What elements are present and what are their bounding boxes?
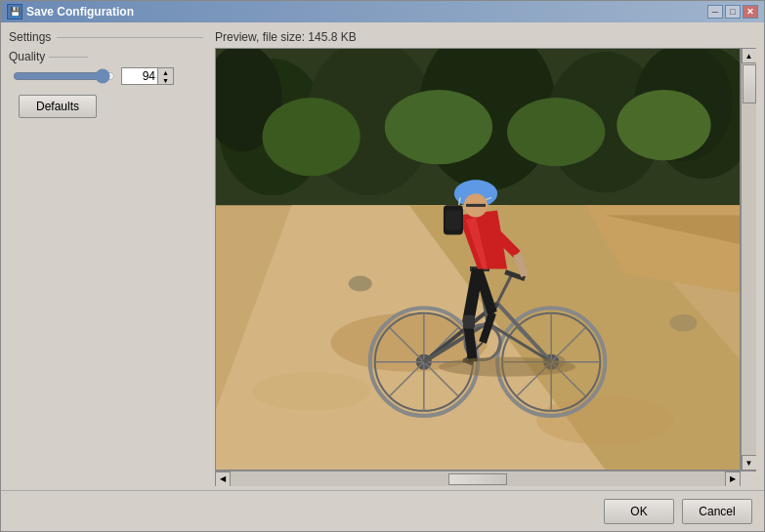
defaults-button[interactable]: Defaults: [19, 95, 97, 118]
window-title: Save Configuration: [26, 5, 134, 19]
spinbox-down-button[interactable]: ▼: [157, 76, 173, 84]
title-bar-left: 💾 Save Configuration: [7, 4, 134, 20]
preview-label: Preview, file size: 145.8 KB: [215, 30, 756, 44]
slider-row: ▲ ▼: [9, 67, 203, 85]
close-button[interactable]: ✕: [743, 5, 758, 19]
quality-divider-line: [49, 57, 88, 58]
svg-point-9: [262, 98, 360, 176]
svg-point-12: [616, 90, 710, 160]
spinbox-up-button[interactable]: ▲: [157, 68, 173, 76]
title-bar: 💾 Save Configuration ─ □ ✕: [1, 1, 764, 22]
scroll-up-arrow[interactable]: ▲: [742, 48, 757, 63]
quality-row: Quality: [9, 50, 203, 63]
scroll-corner: [741, 471, 756, 487]
right-panel: Preview, file size: 145.8 KB: [211, 22, 764, 490]
preview-scroll-area: [215, 48, 741, 471]
quality-input[interactable]: [122, 68, 157, 84]
left-panel: Settings Quality ▲ ▼ Defa: [1, 22, 211, 490]
scroll-left-arrow[interactable]: ◀: [215, 471, 231, 487]
quality-label: Quality: [9, 50, 45, 63]
preview-area: ▲ ▼ ◀ ▶: [215, 48, 756, 486]
svg-rect-65: [446, 210, 461, 229]
bottom-bar: OK Cancel: [1, 490, 764, 531]
svg-point-67: [439, 357, 575, 377]
title-buttons: ─ □ ✕: [707, 5, 758, 19]
cancel-button[interactable]: Cancel: [682, 499, 752, 524]
scroll-thumb-vertical[interactable]: [743, 64, 756, 103]
title-icon: 💾: [7, 4, 22, 20]
horizontal-scrollbar: ◀ ▶: [215, 471, 756, 486]
settings-section: Settings: [9, 30, 203, 44]
preview-image: [216, 49, 740, 470]
svg-point-17: [536, 396, 673, 445]
quality-spinbox: ▲ ▼: [121, 67, 174, 85]
svg-point-21: [349, 276, 372, 292]
main-content: Settings Quality ▲ ▼ Defa: [1, 22, 764, 490]
svg-rect-66: [463, 315, 475, 329]
settings-label: Settings: [9, 30, 51, 44]
scroll-right-arrow[interactable]: ▶: [725, 471, 741, 487]
maximize-button[interactable]: □: [725, 5, 741, 19]
scroll-thumb-horizontal[interactable]: [448, 473, 507, 485]
spinbox-buttons: ▲ ▼: [157, 68, 173, 84]
vertical-scrollbar: ▲ ▼: [741, 48, 756, 471]
svg-point-10: [385, 90, 492, 164]
scroll-down-arrow[interactable]: ▼: [742, 455, 757, 471]
settings-divider-line: [57, 37, 203, 38]
minimize-button[interactable]: ─: [707, 5, 723, 19]
svg-point-18: [252, 372, 369, 411]
quality-slider[interactable]: [13, 68, 115, 84]
scroll-track-horizontal: [231, 471, 725, 486]
save-configuration-dialog: 💾 Save Configuration ─ □ ✕ Settings Qual…: [0, 0, 765, 532]
ok-button[interactable]: OK: [604, 499, 674, 524]
scroll-track-vertical: [742, 63, 756, 455]
image-container: [216, 49, 740, 470]
svg-point-23: [669, 314, 697, 332]
svg-point-11: [507, 98, 605, 166]
